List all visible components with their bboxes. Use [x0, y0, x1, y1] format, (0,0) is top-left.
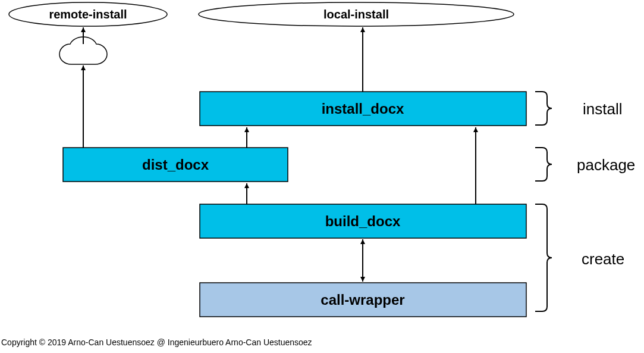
diagram-canvas: remote-install local-install install_doc…	[0, 0, 644, 353]
label-build-docx: build_docx	[325, 213, 401, 229]
label-local-install: local-install	[323, 8, 389, 21]
node-call-wrapper: call-wrapper	[200, 283, 526, 317]
node-local-install: local-install	[199, 2, 514, 26]
label-remote-install: remote-install	[49, 8, 127, 21]
copyright-text: Copyright © 2019 Arno-Can Uestuensoez @ …	[1, 338, 312, 347]
node-build-docx: build_docx	[200, 204, 526, 238]
node-remote-install: remote-install	[9, 2, 167, 26]
brace-install: install	[535, 92, 622, 125]
label-call-wrapper: call-wrapper	[321, 292, 404, 308]
label-install-docx: install_docx	[322, 101, 404, 117]
brace-package: package	[535, 148, 635, 181]
label-group-create: create	[582, 250, 624, 268]
label-dist-docx: dist_docx	[142, 157, 209, 173]
node-install-docx: install_docx	[200, 92, 526, 126]
label-group-package: package	[577, 156, 635, 174]
label-group-install: install	[583, 100, 622, 118]
brace-create: create	[535, 204, 624, 311]
node-dist-docx: dist_docx	[63, 148, 288, 182]
